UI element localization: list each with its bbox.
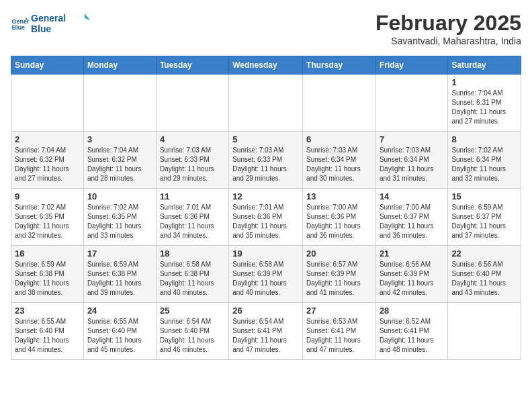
day-number: 3 (87, 134, 152, 144)
day-info: Sunrise: 7:02 AM Sunset: 6:34 PM Dayligh… (451, 146, 517, 183)
location-subtitle: Savantvadi, Maharashtra, India (375, 36, 521, 46)
day-number: 13 (306, 191, 372, 201)
calendar-cell: 9Sunrise: 7:02 AM Sunset: 6:35 PM Daylig… (11, 189, 84, 246)
day-info: Sunrise: 7:03 AM Sunset: 6:34 PM Dayligh… (380, 146, 444, 183)
day-number: 22 (451, 248, 517, 259)
calendar-cell: 25Sunrise: 6:54 AM Sunset: 6:40 PM Dayli… (156, 303, 228, 360)
day-info: Sunrise: 6:54 AM Sunset: 6:41 PM Dayligh… (232, 317, 299, 355)
svg-text:Blue: Blue (31, 24, 52, 34)
calendar-cell: 28Sunrise: 6:52 AM Sunset: 6:41 PM Dayli… (375, 303, 447, 360)
weekday-header-saturday: Saturday (448, 56, 521, 75)
calendar-cell: 20Sunrise: 6:57 AM Sunset: 6:39 PM Dayli… (303, 246, 376, 303)
day-number: 27 (306, 306, 372, 316)
calendar-cell: 10Sunrise: 7:02 AM Sunset: 6:35 PM Dayli… (83, 189, 156, 246)
month-title: February 2025 (375, 11, 521, 36)
day-number: 18 (160, 248, 225, 259)
calendar-cell (375, 75, 447, 132)
day-number: 19 (232, 248, 299, 259)
title-section: February 2025 Savantvadi, Maharashtra, I… (375, 11, 521, 46)
day-number: 17 (87, 248, 152, 259)
calendar-cell: 16Sunrise: 6:59 AM Sunset: 6:38 PM Dayli… (11, 246, 84, 303)
calendar-cell: 21Sunrise: 6:56 AM Sunset: 6:39 PM Dayli… (375, 246, 447, 303)
day-number: 1 (451, 77, 517, 87)
day-number: 12 (232, 191, 299, 201)
calendar-cell: 1Sunrise: 7:04 AM Sunset: 6:31 PM Daylig… (448, 75, 521, 132)
day-info: Sunrise: 6:58 AM Sunset: 6:38 PM Dayligh… (160, 260, 225, 298)
day-number: 20 (306, 248, 372, 259)
day-number: 14 (380, 191, 444, 201)
day-info: Sunrise: 7:03 AM Sunset: 6:34 PM Dayligh… (306, 146, 372, 183)
day-info: Sunrise: 7:01 AM Sunset: 6:36 PM Dayligh… (232, 203, 299, 240)
general-blue-logo-icon: General Blue (11, 15, 30, 34)
day-number: 2 (15, 134, 80, 144)
calendar-cell: 11Sunrise: 7:01 AM Sunset: 6:36 PM Dayli… (156, 189, 228, 246)
day-number: 15 (451, 191, 517, 201)
calendar-week-row: 1Sunrise: 7:04 AM Sunset: 6:31 PM Daylig… (11, 75, 521, 132)
day-number: 16 (15, 248, 80, 259)
day-info: Sunrise: 6:58 AM Sunset: 6:39 PM Dayligh… (232, 260, 299, 298)
svg-text:Blue: Blue (11, 24, 25, 31)
calendar-cell: 6Sunrise: 7:03 AM Sunset: 6:34 PM Daylig… (303, 132, 376, 189)
calendar-cell (83, 75, 156, 132)
day-info: Sunrise: 6:56 AM Sunset: 6:39 PM Dayligh… (380, 260, 444, 298)
day-number: 11 (160, 191, 225, 201)
calendar-cell: 24Sunrise: 6:55 AM Sunset: 6:40 PM Dayli… (83, 303, 156, 360)
day-number: 4 (160, 134, 225, 144)
calendar-cell (156, 75, 228, 132)
day-number: 7 (380, 134, 444, 144)
day-info: Sunrise: 7:02 AM Sunset: 6:35 PM Dayligh… (15, 203, 80, 240)
day-info: Sunrise: 6:59 AM Sunset: 6:38 PM Dayligh… (15, 260, 80, 298)
weekday-header-friday: Friday (375, 56, 447, 75)
weekday-header-tuesday: Tuesday (156, 56, 228, 75)
calendar-cell: 5Sunrise: 7:03 AM Sunset: 6:33 PM Daylig… (229, 132, 303, 189)
weekday-header-thursday: Thursday (303, 56, 376, 75)
calendar-week-row: 23Sunrise: 6:55 AM Sunset: 6:40 PM Dayli… (11, 303, 521, 360)
day-number: 21 (380, 248, 444, 259)
day-number: 23 (15, 306, 80, 316)
calendar-week-row: 16Sunrise: 6:59 AM Sunset: 6:38 PM Dayli… (11, 246, 521, 303)
day-info: Sunrise: 6:59 AM Sunset: 6:37 PM Dayligh… (451, 203, 517, 240)
svg-marker-5 (85, 13, 90, 20)
calendar-cell: 8Sunrise: 7:02 AM Sunset: 6:34 PM Daylig… (448, 132, 521, 189)
day-info: Sunrise: 6:55 AM Sunset: 6:40 PM Dayligh… (87, 317, 152, 355)
calendar-cell: 23Sunrise: 6:55 AM Sunset: 6:40 PM Dayli… (11, 303, 84, 360)
calendar-cell: 19Sunrise: 6:58 AM Sunset: 6:39 PM Dayli… (229, 246, 303, 303)
calendar-cell: 17Sunrise: 6:59 AM Sunset: 6:38 PM Dayli… (83, 246, 156, 303)
top-row: General Blue General Blue February 2025 … (11, 11, 521, 50)
calendar-cell (11, 75, 84, 132)
day-number: 25 (160, 306, 225, 316)
day-number: 8 (451, 134, 517, 144)
day-number: 9 (15, 191, 80, 201)
logo: General Blue General Blue (11, 11, 91, 38)
calendar-cell: 12Sunrise: 7:01 AM Sunset: 6:36 PM Dayli… (229, 189, 303, 246)
calendar-week-row: 9Sunrise: 7:02 AM Sunset: 6:35 PM Daylig… (11, 189, 521, 246)
day-info: Sunrise: 6:57 AM Sunset: 6:39 PM Dayligh… (306, 260, 372, 298)
calendar-cell: 27Sunrise: 6:53 AM Sunset: 6:41 PM Dayli… (303, 303, 376, 360)
day-number: 5 (232, 134, 299, 144)
calendar-cell: 7Sunrise: 7:03 AM Sunset: 6:34 PM Daylig… (375, 132, 447, 189)
day-info: Sunrise: 6:52 AM Sunset: 6:41 PM Dayligh… (380, 317, 444, 355)
day-info: Sunrise: 7:01 AM Sunset: 6:36 PM Dayligh… (160, 203, 225, 240)
day-info: Sunrise: 6:59 AM Sunset: 6:38 PM Dayligh… (87, 260, 152, 298)
calendar-cell: 15Sunrise: 6:59 AM Sunset: 6:37 PM Dayli… (448, 189, 521, 246)
logo-svg: General Blue (31, 11, 91, 35)
day-info: Sunrise: 7:00 AM Sunset: 6:36 PM Dayligh… (306, 203, 372, 240)
calendar-week-row: 2Sunrise: 7:04 AM Sunset: 6:32 PM Daylig… (11, 132, 521, 189)
day-info: Sunrise: 7:04 AM Sunset: 6:32 PM Dayligh… (15, 146, 80, 183)
day-info: Sunrise: 6:55 AM Sunset: 6:40 PM Dayligh… (15, 317, 80, 355)
day-number: 24 (87, 306, 152, 316)
calendar-cell: 18Sunrise: 6:58 AM Sunset: 6:38 PM Dayli… (156, 246, 228, 303)
calendar-header-row: SundayMondayTuesdayWednesdayThursdayFrid… (11, 56, 521, 75)
calendar-cell: 2Sunrise: 7:04 AM Sunset: 6:32 PM Daylig… (11, 132, 84, 189)
calendar-body: 1Sunrise: 7:04 AM Sunset: 6:31 PM Daylig… (11, 75, 521, 360)
day-info: Sunrise: 7:03 AM Sunset: 6:33 PM Dayligh… (160, 146, 225, 183)
weekday-header-monday: Monday (83, 56, 156, 75)
calendar-table: SundayMondayTuesdayWednesdayThursdayFrid… (11, 56, 521, 360)
calendar-cell (448, 303, 521, 360)
weekday-header-wednesday: Wednesday (229, 56, 303, 75)
calendar-cell: 26Sunrise: 6:54 AM Sunset: 6:41 PM Dayli… (229, 303, 303, 360)
calendar-cell: 3Sunrise: 7:04 AM Sunset: 6:32 PM Daylig… (83, 132, 156, 189)
day-info: Sunrise: 6:54 AM Sunset: 6:40 PM Dayligh… (160, 317, 225, 355)
day-number: 26 (232, 306, 299, 316)
svg-text:General: General (31, 13, 66, 24)
